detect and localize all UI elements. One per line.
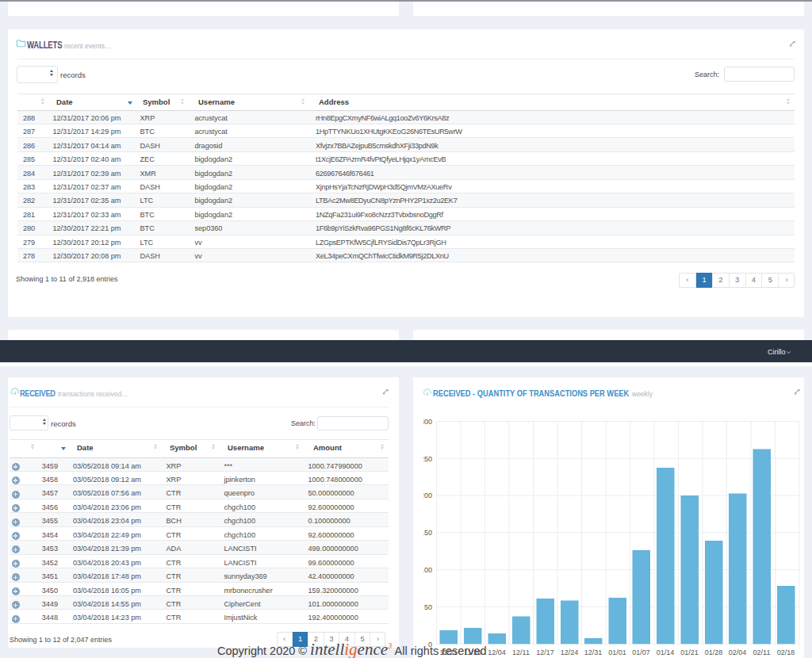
svg-text:02/04: 02/04: [729, 648, 747, 656]
svg-text:02/11: 02/11: [753, 648, 771, 656]
svg-text:12/17: 12/17: [536, 648, 554, 656]
svg-text:01/14: 01/14: [657, 648, 675, 656]
svg-text:02/18: 02/18: [777, 648, 795, 656]
svg-text:01/28: 01/28: [705, 648, 723, 656]
svg-text:12/31: 12/31: [584, 648, 603, 656]
svg-text:12/11: 12/11: [512, 648, 530, 656]
svg-text:01/21: 01/21: [680, 648, 699, 656]
svg-text:12/04: 12/04: [488, 648, 506, 656]
svg-text:12/24: 12/24: [561, 648, 579, 656]
svg-text:50: 50: [424, 603, 432, 611]
svg-text:01/01: 01/01: [608, 648, 626, 656]
svg-text:01/07: 01/07: [632, 648, 650, 656]
